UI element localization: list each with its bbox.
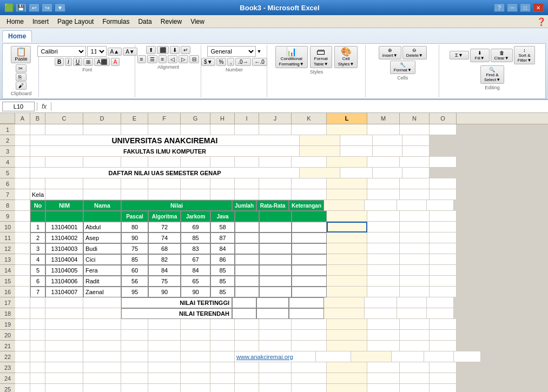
help-btn[interactable]: ?: [494, 3, 505, 12]
col-header-b[interactable]: B: [30, 113, 45, 124]
cell-f6[interactable]: [148, 178, 181, 189]
cell-a18[interactable]: [15, 308, 30, 319]
cell-i10[interactable]: [235, 222, 259, 232]
cell-j25[interactable]: [259, 384, 292, 392]
cell-n23[interactable]: [400, 362, 430, 373]
cell-l25[interactable]: [327, 384, 367, 392]
cell-c24[interactable]: [45, 373, 83, 384]
paste-button[interactable]: 📋 Paste: [11, 46, 31, 63]
cell-c9[interactable]: [45, 211, 83, 222]
cell-m21[interactable]: [367, 341, 400, 351]
cell-n19[interactable]: [400, 319, 430, 330]
cell-b17[interactable]: [30, 297, 45, 308]
cell-n3[interactable]: [373, 146, 402, 157]
cell-f1[interactable]: [148, 124, 181, 135]
cell-j14[interactable]: [259, 265, 292, 276]
cell-g4[interactable]: [181, 157, 210, 168]
cell-b2-merged[interactable]: UNIVERSITAS ANAKCIREMAI: [30, 135, 300, 146]
cell-b18[interactable]: [30, 308, 45, 319]
cell-d4[interactable]: [83, 157, 121, 168]
cell-a14[interactable]: [15, 265, 30, 276]
quick-access-dropdown[interactable]: ▼: [55, 3, 65, 12]
cell-b24[interactable]: [30, 373, 45, 384]
cell-styles-button[interactable]: 🎨 CellStyles▼: [334, 46, 358, 68]
menu-data[interactable]: Data: [134, 17, 156, 26]
cell-g1[interactable]: [181, 124, 210, 135]
cell-d15[interactable]: Radit: [83, 276, 121, 287]
menu-view[interactable]: View: [186, 17, 209, 26]
cell-a9[interactable]: [15, 211, 30, 222]
cell-m1[interactable]: [367, 124, 400, 135]
cell-f10[interactable]: 72: [148, 222, 181, 232]
cell-o12[interactable]: [430, 243, 457, 254]
cell-g12[interactable]: 83: [181, 243, 210, 254]
cell-m20[interactable]: [367, 330, 400, 341]
col-header-n[interactable]: N: [400, 113, 430, 124]
cell-i20[interactable]: [235, 330, 259, 341]
col-header-j[interactable]: J: [259, 113, 292, 124]
minimize-btn[interactable]: ─: [507, 3, 518, 12]
cell-m9[interactable]: [367, 211, 400, 222]
cell-o6[interactable]: [430, 178, 457, 189]
cell-a7[interactable]: [15, 189, 30, 200]
decrease-decimal-btn[interactable]: ←.0: [252, 58, 267, 66]
cell-m22[interactable]: [392, 351, 424, 362]
cell-f21[interactable]: [148, 341, 181, 351]
cell-j18[interactable]: [256, 308, 289, 319]
cell-k14[interactable]: [292, 265, 327, 276]
cell-k21[interactable]: [292, 341, 327, 351]
row-header-10[interactable]: 10: [0, 222, 15, 232]
cell-a6[interactable]: [15, 178, 30, 189]
menu-home[interactable]: Home: [2, 17, 28, 26]
cell-h12[interactable]: 84: [210, 243, 235, 254]
cell-c22[interactable]: [45, 351, 83, 362]
cell-a19[interactable]: [15, 319, 30, 330]
cell-o18[interactable]: [427, 308, 454, 319]
cell-e1[interactable]: [121, 124, 148, 135]
cell-c6[interactable]: [45, 178, 83, 189]
cell-n22[interactable]: [424, 351, 454, 362]
cell-m14[interactable]: [367, 265, 400, 276]
cell-g15[interactable]: 65: [181, 276, 210, 287]
cell-d6[interactable]: [83, 178, 121, 189]
maximize-btn[interactable]: □: [520, 3, 531, 12]
cell-c1[interactable]: [45, 124, 83, 135]
cell-k25[interactable]: [292, 384, 327, 392]
tab-home[interactable]: Home: [2, 30, 32, 42]
conditional-formatting-button[interactable]: 📊 ConditionalFormatting▼: [275, 46, 308, 68]
cell-h11[interactable]: 87: [210, 232, 235, 243]
cell-l17[interactable]: [324, 297, 365, 308]
cell-k17[interactable]: [289, 297, 324, 308]
cell-c18[interactable]: [45, 308, 83, 319]
cell-c12[interactable]: 13104003: [45, 243, 83, 254]
cell-e23[interactable]: [121, 362, 148, 373]
row-header-8[interactable]: 8: [0, 200, 15, 211]
cell-d11[interactable]: Asep: [83, 232, 121, 243]
cell-f12[interactable]: 68: [148, 243, 181, 254]
cell-c19[interactable]: [45, 319, 83, 330]
cell-c20[interactable]: [45, 330, 83, 341]
cell-o23[interactable]: [430, 362, 457, 373]
col-header-i[interactable]: I: [235, 113, 259, 124]
cell-h15[interactable]: 85: [210, 276, 235, 287]
row-header-9[interactable]: 9: [0, 211, 15, 222]
cell-n16[interactable]: [400, 287, 430, 297]
fill-button[interactable]: ⬇ Fill▼: [470, 49, 490, 62]
cell-h20[interactable]: [210, 330, 235, 341]
cell-d13[interactable]: Cici: [83, 254, 121, 265]
cell-j9[interactable]: [259, 211, 292, 222]
cell-e25[interactable]: [121, 384, 148, 392]
row-header-12[interactable]: 12: [0, 243, 15, 254]
cell-b16[interactable]: 7: [30, 287, 45, 297]
cell-c14[interactable]: 13104005: [45, 265, 83, 276]
format-painter-button[interactable]: 🖌: [16, 82, 27, 90]
cell-g21[interactable]: [181, 341, 210, 351]
col-header-c[interactable]: C: [45, 113, 83, 124]
cell-n1[interactable]: [400, 124, 430, 135]
cell-b19[interactable]: [30, 319, 45, 330]
row-header-25[interactable]: 25: [0, 384, 15, 392]
cell-h22[interactable]: [210, 351, 235, 362]
cell-c21[interactable]: [45, 341, 83, 351]
cell-e13[interactable]: 85: [121, 254, 148, 265]
cell-k11[interactable]: [292, 232, 327, 243]
